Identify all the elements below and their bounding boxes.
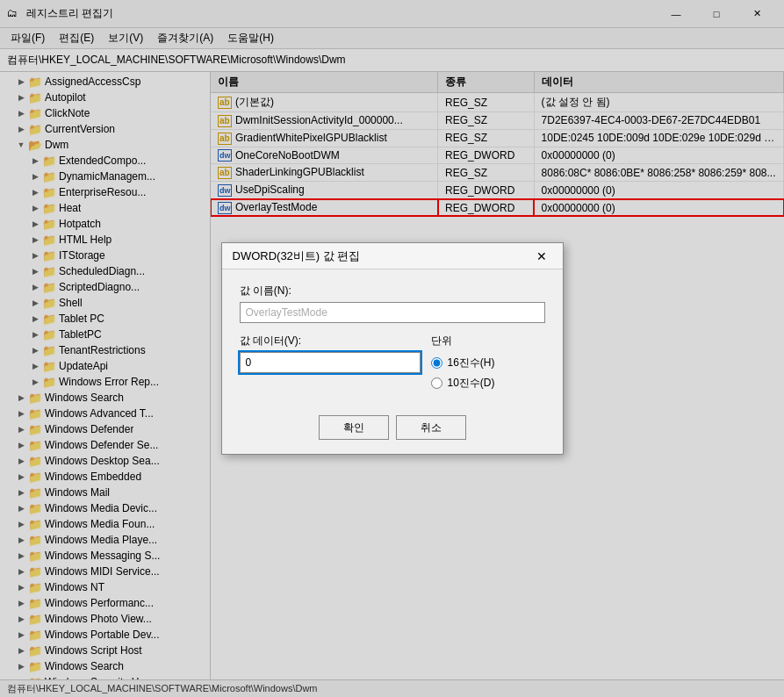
dialog-buttons: 확인 취소 — [222, 405, 563, 454]
value-data-label: 값 데이터(V): — [240, 334, 421, 348]
radio-hex-label[interactable]: 16진수(H) — [431, 356, 545, 370]
dword-edit-dialog: DWORD(32비트) 값 편집 ✕ 값 이름(N): 값 데이터(V): 단위… — [221, 242, 564, 455]
value-data-input[interactable] — [240, 352, 421, 373]
value-data-col: 값 데이터(V): — [240, 334, 421, 391]
radio-hex[interactable] — [431, 357, 442, 369]
unit-col: 단위 16진수(H) 10진수(D) — [431, 334, 545, 391]
modal-overlay: DWORD(32비트) 값 편집 ✕ 값 이름(N): 값 데이터(V): 단위… — [0, 0, 784, 697]
dialog-close-button[interactable]: ✕ — [531, 248, 552, 265]
radio-dec-text: 10진수(D) — [448, 376, 495, 391]
radio-hex-text: 16진수(H) — [448, 356, 495, 370]
radio-dec-label[interactable]: 10진수(D) — [431, 376, 545, 391]
value-name-input[interactable] — [240, 302, 545, 323]
value-name-label: 값 이름(N): — [240, 284, 545, 298]
dialog-title-bar: DWORD(32비트) 값 편집 ✕ — [222, 243, 563, 269]
unit-label: 단위 — [431, 334, 545, 348]
radio-dec[interactable] — [431, 377, 442, 389]
dialog-row: 값 데이터(V): 단위 16진수(H) 10진수(D) — [240, 334, 545, 391]
dialog-title: DWORD(32비트) 값 편집 — [233, 248, 361, 264]
dialog-body: 값 이름(N): 값 데이터(V): 단위 16진수(H) — [222, 269, 563, 405]
ok-button[interactable]: 확인 — [319, 415, 389, 440]
radio-group: 16진수(H) 10진수(D) — [431, 356, 545, 391]
cancel-button[interactable]: 취소 — [396, 415, 466, 440]
